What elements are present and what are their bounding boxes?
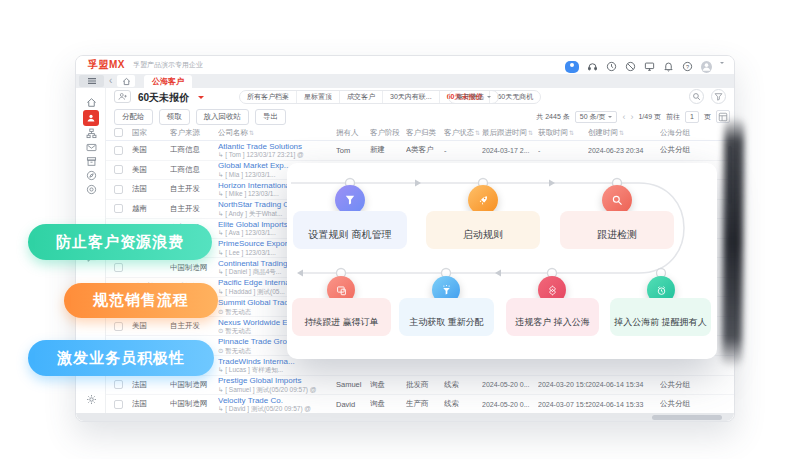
page-unit: 页 <box>704 112 711 122</box>
cell-source: 工商信息 <box>170 145 218 155</box>
prev-page-button[interactable]: ‹ <box>622 112 625 122</box>
cell-country: 美国 <box>132 145 170 155</box>
cell-owner: Samuel <box>336 380 370 389</box>
decor-shadow <box>722 116 745 368</box>
titlebar-icons: ? <box>565 59 724 74</box>
cell-country: 法国 <box>132 184 170 194</box>
action-button[interactable]: 分配给 <box>114 109 153 125</box>
page-info: 1/49 页 <box>638 112 661 122</box>
step-reassign: 主动获取 重新分配 <box>399 298 494 336</box>
sort-icon[interactable]: ⇅ <box>249 130 254 136</box>
horizontal-scrollbar[interactable] <box>652 415 722 420</box>
chevron-down-icon[interactable] <box>720 62 724 74</box>
menu-icon[interactable] <box>79 75 104 87</box>
expand-filter-label: 展开筛选 <box>456 92 484 102</box>
workflow-overlay: 设置规则 商机管理 启动规则 跟进检测 持续跟进 赢得订单 主动获取 重新分配 … <box>287 163 717 359</box>
company-link[interactable]: Prestige Global Imports <box>218 376 336 386</box>
table-row[interactable]: 法国中国制造网Velocity Trade Co.↳ [ David ] 测试(… <box>106 395 735 415</box>
select-all-checkbox[interactable] <box>114 128 123 137</box>
filter-chip[interactable]: 星标置顶 <box>297 91 340 103</box>
target-icon[interactable] <box>76 184 106 195</box>
help-icon[interactable]: ? <box>682 61 693 73</box>
goto-page-input[interactable] <box>685 111 699 123</box>
action-button[interactable]: 领取 <box>159 109 190 125</box>
cell-category: A类客户 <box>406 145 444 155</box>
filter-chip[interactable]: 30天内有联... <box>383 91 440 103</box>
company-link[interactable]: Velocity Trade Co. <box>218 396 336 406</box>
view-selector[interactable]: 60天未报价 <box>138 91 189 105</box>
column-header: 国家 <box>132 128 170 138</box>
cell-last-follow-time: 2024-05-20 0... <box>482 381 538 388</box>
column-header[interactable]: 获取时间⇅ <box>538 128 588 138</box>
next-page-button[interactable]: › <box>630 112 633 122</box>
cell-status: 线索 <box>444 399 482 409</box>
column-header[interactable]: 公司名称⇅ <box>218 128 336 138</box>
sort-icon[interactable]: ⇅ <box>528 130 533 136</box>
brand-subtitle: 孚盟产品演示专用企业 <box>133 60 203 70</box>
column-header[interactable]: 客户状态⇅ <box>444 128 482 138</box>
sort-icon[interactable]: ⇅ <box>475 130 480 136</box>
per-page-select[interactable]: 50 条/页 <box>575 111 618 123</box>
search-icon[interactable] <box>689 89 704 104</box>
tabbar: ‹ 公海客户 <box>76 74 734 88</box>
table-header: 国家客户来源公司名称⇅拥有人客户阶段客户归类客户状态⇅最后跟进时间⇅获取时间⇅创… <box>106 125 735 141</box>
company-subtext: ↳ [ Tom ] 123/03/17 23:21] @ <box>218 151 336 159</box>
row-checkbox[interactable] <box>114 204 123 213</box>
column-header[interactable]: 最后跟进时间⇅ <box>482 128 538 138</box>
column-header[interactable]: 创建时间⇅ <box>588 128 660 138</box>
home-icon[interactable] <box>76 97 106 108</box>
column-header: 客户归类 <box>406 128 444 138</box>
headset-icon[interactable] <box>587 61 598 73</box>
preview-icon[interactable] <box>565 61 579 73</box>
clock-icon[interactable] <box>606 61 617 73</box>
cell-country: 法国 <box>132 399 170 409</box>
row-checkbox[interactable] <box>114 185 123 194</box>
expand-filter-button[interactable]: 展开筛选 <box>448 90 499 104</box>
filter-chip[interactable]: 所有客户档案 <box>240 91 297 103</box>
row-checkbox[interactable] <box>114 263 123 272</box>
cell-status: - <box>444 146 482 155</box>
sort-icon[interactable]: ⇅ <box>569 130 574 136</box>
company-link[interactable]: Atlantic Trade Solutions <box>218 142 336 152</box>
cell-stage: 询盘 <box>370 380 406 390</box>
row-checkbox[interactable] <box>114 322 123 331</box>
row-checkbox[interactable] <box>114 146 123 155</box>
step-drop-to-pool: 违规客户 掉入公海 <box>506 298 599 336</box>
action-button[interactable]: 导出 <box>255 109 286 125</box>
cell-last-follow-time: 2024-03-17 2... <box>482 147 538 154</box>
mail-icon[interactable] <box>76 142 106 153</box>
svg-text:?: ? <box>686 64 689 70</box>
bell-icon[interactable] <box>663 61 674 73</box>
customers-icon[interactable] <box>83 110 99 126</box>
table-row[interactable]: 法国中国制造网Prestige Global Imports↳ [ Samuel… <box>106 376 735 396</box>
cell-got-time: 2024-03-07 15:55 <box>538 401 588 408</box>
filter-chip[interactable]: 成交客户 <box>340 91 383 103</box>
row-checkbox[interactable] <box>114 400 123 409</box>
cell-country: 美国 <box>132 165 170 175</box>
compass-icon[interactable] <box>76 170 106 181</box>
monitor-icon[interactable] <box>644 61 655 73</box>
table-row[interactable]: 美国工商信息Atlantic Trade Solutions↳ [ Tom ] … <box>106 141 735 161</box>
row-checkbox[interactable] <box>114 380 123 389</box>
cell-create-time: 2024-06-14 15:33 <box>588 401 660 408</box>
cell-got-time: 2024-03-20 15:03 <box>538 381 588 388</box>
archive-icon[interactable] <box>76 156 106 167</box>
cell-company: Velocity Trade Co.↳ [ David ] 测试(05/20 0… <box>218 396 336 413</box>
action-button[interactable]: 放入回收站 <box>196 109 250 125</box>
column-header: 客户来源 <box>170 128 218 138</box>
filter-icon[interactable] <box>711 89 726 104</box>
cell-source: 自主开发 <box>170 321 218 331</box>
row-checkbox[interactable] <box>114 165 123 174</box>
tab-public-customers[interactable]: 公海客户 <box>144 75 192 88</box>
forbidden-icon[interactable] <box>625 61 636 73</box>
sort-icon[interactable]: ⇅ <box>619 130 624 136</box>
page: 孚盟MX 孚盟产品演示专用企业 ? ‹ 公海客户 <box>0 0 794 459</box>
home-tab-icon[interactable] <box>117 75 135 87</box>
company-subtext: ↳ [ David ] 测试(05/20 09:57) @ <box>218 405 336 413</box>
settings-icon[interactable] <box>76 394 106 405</box>
back-chevron-icon[interactable]: ‹ <box>109 74 112 88</box>
avatar[interactable] <box>701 61 712 73</box>
org-icon[interactable] <box>76 128 106 139</box>
person-add-icon[interactable] <box>114 90 131 103</box>
chevron-down-icon <box>487 96 491 100</box>
